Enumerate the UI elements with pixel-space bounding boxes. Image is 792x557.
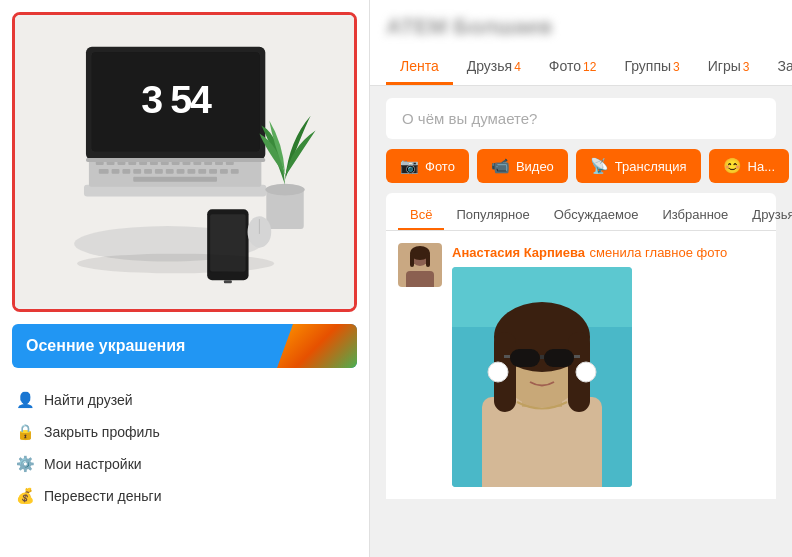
feed-post: Анастасия Карпиева сменила главное фото: [386, 231, 776, 499]
thought-box[interactable]: О чём вы думаете?: [386, 98, 776, 139]
close-profile-label: Закрыть профиль: [44, 424, 160, 440]
profile-name: АТЕМ Болшаев: [386, 14, 776, 40]
profile-photo-container[interactable]: 3 54: [12, 12, 357, 312]
svg-rect-26: [198, 169, 206, 174]
menu-item-find-friends[interactable]: 👤 Найти друзей: [12, 384, 357, 416]
money-icon: 💰: [16, 487, 34, 505]
svg-rect-59: [544, 349, 574, 367]
menu-item-transfer-money[interactable]: 💰 Перевести деньги: [12, 480, 357, 512]
photo-button[interactable]: 📷 Фото: [386, 149, 469, 183]
sidebar: 3 54: [0, 0, 370, 557]
feed-area: О чём вы думаете? 📷 Фото 📹 Видео 📡 Транс…: [370, 86, 792, 557]
svg-rect-35: [86, 158, 265, 162]
svg-rect-38: [224, 280, 232, 283]
svg-rect-28: [220, 169, 228, 174]
svg-point-43: [77, 254, 274, 274]
ad-banner-text: Осенние украшения: [26, 337, 185, 355]
profile-tabs: Лента Друзья4 Фото12 Группы3 Игры3 Замет…: [386, 50, 776, 85]
camera-icon: 📷: [400, 157, 419, 175]
svg-rect-21: [144, 169, 152, 174]
menu-item-close-profile[interactable]: 🔒 Закрыть профиль: [12, 416, 357, 448]
smile-icon: 😊: [723, 157, 742, 175]
svg-rect-25: [187, 169, 195, 174]
menu-item-settings[interactable]: ⚙️ Мои настройки: [12, 448, 357, 480]
feed-tab-friends[interactable]: Друзья: [740, 201, 792, 230]
svg-point-64: [576, 362, 596, 382]
svg-rect-58: [510, 349, 540, 367]
profile-photo: 3 54: [15, 15, 354, 309]
svg-rect-46: [406, 271, 434, 287]
svg-rect-60: [540, 355, 544, 359]
post-avatar[interactable]: [398, 243, 442, 287]
svg-point-40: [265, 184, 304, 196]
broadcast-button[interactable]: 📡 Трансляция: [576, 149, 701, 183]
tab-photos[interactable]: Фото12: [535, 50, 611, 85]
ad-banner-decoration: [277, 324, 357, 368]
thought-placeholder: О чём вы думаете?: [402, 110, 537, 127]
svg-rect-20: [133, 169, 141, 174]
transfer-money-label: Перевести деньги: [44, 488, 162, 504]
svg-rect-27: [209, 169, 217, 174]
feed-tab-favorites[interactable]: Избранное: [650, 201, 740, 230]
gear-icon: ⚙️: [16, 455, 34, 473]
settings-label: Мои настройки: [44, 456, 142, 472]
feed-tabs: Всё Популярное Обсуждаемое Избранное Дру…: [386, 193, 776, 231]
svg-point-63: [488, 362, 508, 382]
main-content: АТЕМ Болшаев Лента Друзья4 Фото12 Группы…: [370, 0, 792, 557]
tab-friends[interactable]: Друзья4: [453, 50, 535, 85]
svg-rect-61: [504, 355, 510, 358]
svg-text:3 54: 3 54: [141, 77, 212, 121]
svg-rect-48: [410, 253, 414, 267]
svg-rect-62: [574, 355, 580, 358]
post-header: Анастасия Карпиева сменила главное фото: [452, 243, 764, 261]
lock-icon: 🔒: [16, 423, 34, 441]
svg-rect-19: [122, 169, 130, 174]
svg-rect-18: [112, 169, 120, 174]
post-action-link[interactable]: сменила главное фото: [590, 245, 728, 260]
sidebar-menu: 👤 Найти друзей 🔒 Закрыть профиль ⚙️ Мои …: [0, 376, 369, 520]
feed-tab-discussed[interactable]: Обсуждаемое: [542, 201, 651, 230]
tab-notes[interactable]: Заметки: [763, 50, 792, 85]
profile-header: АТЕМ Болшаев Лента Друзья4 Фото12 Группы…: [370, 0, 792, 86]
ad-banner[interactable]: Осенние украшения: [12, 324, 357, 368]
post-content: Анастасия Карпиева сменила главное фото: [452, 243, 764, 487]
post-author[interactable]: Анастасия Карпиева: [452, 245, 585, 260]
feed-tab-popular[interactable]: Популярное: [444, 201, 541, 230]
mood-button[interactable]: 😊 На...: [709, 149, 789, 183]
tab-groups[interactable]: Группы3: [610, 50, 693, 85]
svg-rect-49: [426, 253, 430, 267]
feed-tab-all[interactable]: Всё: [398, 201, 444, 230]
post-photo[interactable]: [452, 267, 632, 487]
video-button[interactable]: 📹 Видео: [477, 149, 568, 183]
svg-rect-30: [133, 177, 217, 182]
person-icon: 👤: [16, 391, 34, 409]
tab-feed[interactable]: Лента: [386, 50, 453, 85]
video-icon: 📹: [491, 157, 510, 175]
laptop-scene-svg: 3 54: [15, 15, 354, 309]
broadcast-icon: 📡: [590, 157, 609, 175]
svg-rect-17: [99, 169, 109, 174]
svg-rect-29: [231, 169, 239, 174]
svg-rect-24: [177, 169, 185, 174]
find-friends-label: Найти друзей: [44, 392, 133, 408]
tab-games[interactable]: Игры3: [694, 50, 764, 85]
svg-rect-23: [166, 169, 174, 174]
svg-rect-22: [155, 169, 163, 174]
action-buttons: 📷 Фото 📹 Видео 📡 Трансляция 😊 На...: [386, 149, 776, 183]
